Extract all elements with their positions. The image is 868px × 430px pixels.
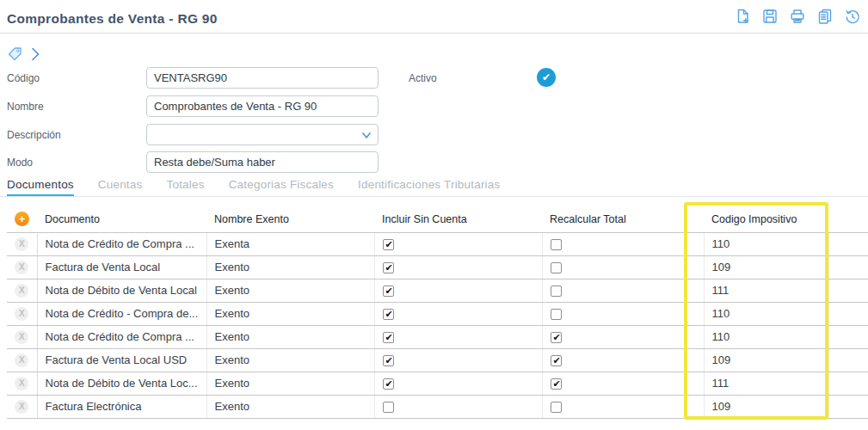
codigo-impositivo-cell[interactable]: 110 (704, 302, 828, 325)
nombre-exento-cell[interactable]: Exento (206, 279, 374, 302)
tab-totales[interactable]: Totales (166, 178, 204, 197)
copy-button[interactable] (816, 7, 834, 25)
table-row: XNota de Crédito de Compra ...Exento110 (7, 325, 868, 348)
chevron-down-icon (361, 132, 372, 140)
nombre-exento-cell[interactable]: Exento (206, 255, 374, 279)
delete-row-button[interactable]: X (15, 237, 28, 251)
documento-cell[interactable]: Nota de Crédito de Compra ... (37, 232, 206, 255)
spacer-cell (828, 325, 868, 348)
spacer-cell (828, 348, 868, 372)
documento-cell[interactable]: Factura de Venta Local (37, 255, 206, 279)
incluir-sin-cuenta-checkbox[interactable] (383, 378, 394, 390)
history-button[interactable] (843, 7, 861, 25)
recalcular-total-checkbox-cell (542, 279, 704, 302)
codigo-impositivo-cell[interactable]: 109 (704, 395, 828, 418)
spacer-cell (828, 372, 868, 395)
recalcular-total-checkbox[interactable] (551, 378, 562, 390)
column-header-nombre-exento: Nombre Exento (206, 206, 374, 232)
descripcion-label: Descripción (7, 129, 61, 141)
recalcular-total-checkbox-cell (542, 348, 704, 372)
incluir-sin-cuenta-checkbox-cell (374, 255, 542, 279)
tag-icon[interactable] (7, 46, 23, 62)
nombre-exento-cell[interactable]: Exento (206, 325, 374, 348)
column-header-incluir-sin-cuenta: Incluir Sin Cuenta (374, 206, 542, 232)
nombre-exento-cell[interactable]: Exento (206, 372, 374, 395)
tab-identificaciones-tributarias[interactable]: Identificaciones Tributarias (358, 178, 500, 197)
nombre-exento-cell[interactable]: Exento (206, 302, 374, 325)
delete-row-button[interactable]: X (15, 261, 28, 274)
chevron-right-icon[interactable] (30, 46, 40, 62)
delete-cell: X (7, 348, 37, 372)
documento-cell[interactable]: Nota de Débito de Venta Loc... (37, 372, 206, 395)
tab-documentos[interactable]: Documentos (7, 178, 74, 197)
tab-cuentas[interactable]: Cuentas (98, 178, 143, 197)
incluir-sin-cuenta-checkbox[interactable] (383, 332, 394, 343)
descripcion-select[interactable] (146, 124, 379, 145)
documento-cell[interactable]: Factura Electrónica (37, 395, 206, 418)
table-row: XNota de Débito de Venta LocalExento111 (7, 279, 868, 302)
documento-cell[interactable]: Factura de Venta Local USD (37, 348, 206, 372)
spacer-cell (828, 279, 868, 302)
history-icon (844, 8, 861, 25)
copy-icon (816, 8, 834, 25)
toolbar (733, 7, 861, 25)
codigo-label: Código (7, 72, 40, 84)
spacer-cell (828, 255, 868, 279)
incluir-sin-cuenta-checkbox[interactable] (383, 286, 394, 297)
delete-row-button[interactable]: X (15, 377, 28, 390)
new-document-icon (734, 8, 751, 25)
nombre-exento-cell[interactable]: Exento (206, 348, 374, 372)
print-button[interactable] (788, 7, 806, 25)
spacer-cell (828, 232, 868, 255)
delete-row-button[interactable]: X (15, 353, 28, 367)
recalcular-total-checkbox[interactable] (551, 332, 562, 343)
recalcular-total-checkbox[interactable] (551, 402, 562, 413)
delete-row-button[interactable]: X (15, 307, 28, 321)
tab-bar: DocumentosCuentasTotalesCategorias Fisca… (7, 178, 500, 197)
recalcular-total-checkbox[interactable] (551, 262, 562, 273)
tab-categorias-fiscales[interactable]: Categorias Fiscales (229, 178, 334, 197)
codigo-impositivo-cell[interactable]: 111 (704, 372, 828, 395)
incluir-sin-cuenta-checkbox[interactable] (383, 309, 394, 320)
column-header-recalcular-total: Recalcular Total (542, 206, 704, 232)
incluir-sin-cuenta-checkbox[interactable] (383, 355, 394, 366)
add-row-button[interactable]: + (15, 212, 29, 226)
table-row: XFactura de Venta Local USDExento109 (7, 348, 868, 372)
incluir-sin-cuenta-checkbox[interactable] (383, 262, 394, 273)
incluir-sin-cuenta-checkbox-cell (374, 348, 542, 372)
delete-row-button[interactable]: X (15, 284, 28, 298)
save-button[interactable] (760, 7, 779, 25)
documento-cell[interactable]: Nota de Débito de Venta Local (37, 279, 206, 302)
codigo-impositivo-cell[interactable]: 109 (704, 255, 828, 279)
documento-cell[interactable]: Nota de Crédito de Compra ... (37, 325, 206, 348)
new-document-button[interactable] (733, 7, 751, 25)
codigo-impositivo-cell[interactable]: 110 (704, 325, 828, 348)
recalcular-total-checkbox[interactable] (551, 286, 562, 297)
recalcular-total-checkbox[interactable] (551, 309, 562, 320)
codigo-impositivo-cell[interactable]: 111 (704, 279, 828, 302)
codigo-impositivo-cell[interactable]: 109 (704, 348, 828, 372)
nombre-exento-cell[interactable]: Exento (206, 395, 374, 418)
delete-cell: X (7, 279, 37, 302)
delete-cell: X (7, 372, 37, 395)
nombre-exento-cell[interactable]: Exenta (206, 232, 374, 255)
delete-row-button[interactable]: X (15, 400, 28, 414)
nombre-input[interactable] (146, 95, 379, 117)
modo-input[interactable] (146, 151, 379, 173)
incluir-sin-cuenta-checkbox-cell (374, 279, 542, 302)
codigo-impositivo-cell[interactable]: 110 (704, 232, 828, 255)
table-row: XNota de Débito de Venta Loc...Exento111 (7, 372, 868, 395)
codigo-input[interactable] (146, 67, 379, 89)
incluir-sin-cuenta-checkbox[interactable] (383, 402, 394, 413)
recalcular-total-checkbox[interactable] (551, 355, 562, 366)
activo-checkbox[interactable] (537, 68, 556, 87)
incluir-sin-cuenta-checkbox-cell (374, 395, 542, 418)
recalcular-total-checkbox[interactable] (551, 239, 562, 250)
table-body: XNota de Crédito de Compra ...Exenta110X… (7, 232, 868, 418)
delete-row-button[interactable]: X (15, 330, 28, 344)
print-icon (789, 8, 806, 25)
documento-cell[interactable]: Nota de Crédito - Compra de... (37, 302, 206, 325)
incluir-sin-cuenta-checkbox[interactable] (383, 239, 394, 250)
incluir-sin-cuenta-checkbox-cell (374, 325, 542, 348)
page-title: Comprobantes de Venta - RG 90 (7, 11, 218, 27)
